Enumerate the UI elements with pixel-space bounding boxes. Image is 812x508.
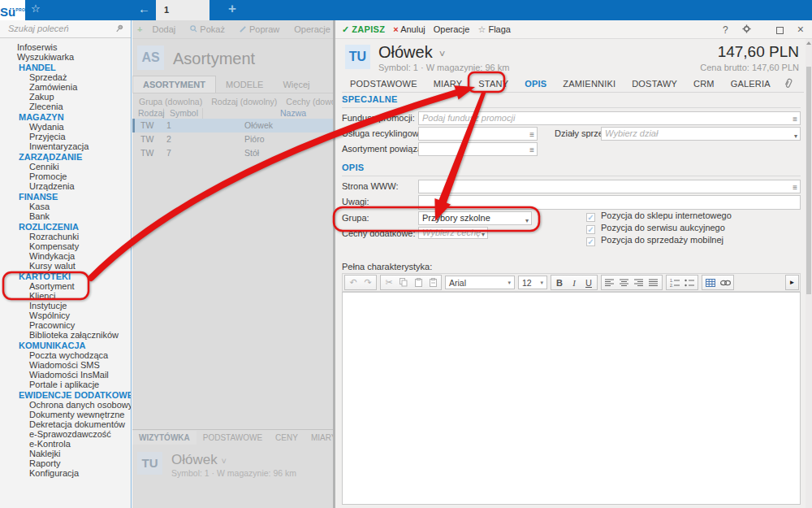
sidebar-section-ewidencje[interactable]: EWIDENCJE DODATKOWE bbox=[0, 390, 131, 400]
sidebar-item-klienci[interactable]: Klienci bbox=[0, 291, 131, 301]
strona-www-input[interactable]: ≡ bbox=[418, 180, 801, 193]
item-title[interactable]: Ołówek˅ bbox=[378, 43, 445, 62]
sidebar-item-urzadzenia[interactable]: Urządzenia bbox=[0, 181, 131, 191]
tab-miary-dim[interactable]: MIARY bbox=[304, 431, 333, 445]
sidebar-item-windykacja[interactable]: Windykacja bbox=[0, 251, 131, 261]
column-symbol[interactable]: Symbol bbox=[164, 108, 203, 119]
link-icon[interactable] bbox=[718, 276, 732, 289]
workspace-tab[interactable]: 1 bbox=[156, 0, 209, 20]
sidebar-item-rozrachunki[interactable]: Rozrachunki bbox=[0, 232, 131, 241]
tab-opis[interactable]: OPIS bbox=[516, 79, 555, 89]
asortyment-powiazany-input[interactable]: ≡ bbox=[418, 142, 538, 156]
justify-icon[interactable] bbox=[646, 276, 661, 289]
sidebar-item-infoserwis[interactable]: Infoserwis bbox=[0, 42, 131, 52]
table-row[interactable]: TW2Pióro bbox=[132, 132, 333, 146]
sidebar-item-sprzedaz[interactable]: Sprzedaż bbox=[0, 72, 131, 82]
new-tab-icon[interactable]: + bbox=[228, 1, 236, 17]
fundusz-input[interactable]: Podaj fundusz promocji≡ bbox=[418, 111, 801, 125]
table-header[interactable]: RodzajSymbolNazwa bbox=[132, 108, 333, 119]
help-button[interactable]: ? bbox=[723, 24, 728, 36]
filter-grupa[interactable]: Grupa (dowolna) bbox=[139, 97, 202, 106]
redo-icon[interactable]: ↷ bbox=[361, 276, 375, 289]
sidebar-item-cenniki[interactable]: Cenniki bbox=[0, 162, 131, 172]
app-logo[interactable]: SüPRO bbox=[0, 0, 25, 20]
sidebar-section-rozliczenia[interactable]: ROZLICZENIA bbox=[0, 222, 131, 232]
sidebar-item-portale[interactable]: Portale i aplikacje bbox=[0, 380, 131, 389]
font-family-select[interactable]: Arial▾ bbox=[445, 276, 515, 289]
sidebar-item-poczta[interactable]: Poczta wychodząca bbox=[0, 350, 131, 360]
sidebar-section-handel[interactable]: HANDEL bbox=[0, 63, 131, 72]
tab-dostawy[interactable]: DOSTAWY bbox=[624, 79, 685, 89]
sidebar-item-instytucje[interactable]: Instytucje bbox=[0, 301, 131, 310]
close-button[interactable]: × bbox=[797, 23, 804, 36]
toolbar-more-button[interactable]: ► bbox=[785, 275, 799, 290]
scrollbar[interactable] bbox=[806, 39, 812, 508]
font-size-select[interactable]: 12▾ bbox=[518, 276, 547, 289]
undo-icon[interactable]: ↶ bbox=[346, 276, 361, 289]
sidebar-section-zarzadzanie[interactable]: ZARZĄDZANIE bbox=[0, 152, 131, 162]
checkbox-sklep-internetowy[interactable]: ✓Pozycja do sklepu internetowego bbox=[586, 210, 806, 222]
sidebar-item-asortyment[interactable]: Asortyment bbox=[0, 281, 131, 291]
paste-special-icon[interactable] bbox=[425, 276, 440, 289]
column-rodzaj[interactable]: Rodzaj bbox=[132, 108, 164, 119]
grupa-select[interactable]: Przybory szkolne▾ bbox=[418, 211, 532, 225]
sidebar-item-dokumenty-wewnetrzne[interactable]: Dokumenty wewnętrzne bbox=[0, 410, 131, 419]
tab-miary[interactable]: MIARY bbox=[425, 79, 471, 89]
back-arrow-icon[interactable]: ← bbox=[138, 2, 150, 15]
sidebar-item-kompensaty[interactable]: Kompensaty bbox=[0, 241, 131, 251]
operations-button[interactable]: Operacje bbox=[434, 24, 470, 34]
tab-wizytowka[interactable]: WIZYTÓWKA bbox=[132, 431, 197, 445]
uwagi-input[interactable] bbox=[418, 195, 801, 210]
usluga-input[interactable]: ≡ bbox=[418, 127, 538, 141]
sidebar-item-sms[interactable]: Wiadomości SMS bbox=[0, 360, 131, 370]
tab-galeria[interactable]: GALERIA bbox=[723, 79, 779, 89]
underline-icon[interactable]: U bbox=[581, 276, 596, 289]
sidebar-section-komunikacja[interactable]: KOMUNIKACJA bbox=[0, 341, 131, 350]
bullet-list-icon[interactable] bbox=[682, 276, 697, 289]
pin-icon[interactable] bbox=[114, 24, 124, 33]
sidebar-item-wyszukiwarka[interactable]: Wyszukiwarka bbox=[0, 52, 131, 62]
sidebar-section-kartoteki[interactable]: KARTOTEKI bbox=[0, 271, 131, 281]
sidebar-item-zamowienia[interactable]: Zamówienia bbox=[0, 82, 131, 92]
favorites-star-icon[interactable]: ☆ bbox=[31, 2, 41, 15]
tab-modele[interactable]: MODELE bbox=[216, 76, 273, 93]
sidebar-item-raporty[interactable]: Raporty bbox=[0, 458, 131, 468]
scroll-up-icon[interactable] bbox=[806, 41, 811, 45]
picker-menu-icon[interactable]: ≡ bbox=[529, 128, 534, 141]
insert-table-icon[interactable] bbox=[703, 276, 718, 289]
settings-gear-icon[interactable] bbox=[742, 24, 751, 36]
sidebar-item-naklejki[interactable]: Naklejki bbox=[0, 449, 131, 458]
sidebar-item-wspolnicy[interactable]: Wspólnicy bbox=[0, 310, 131, 320]
sidebar-section-magazyn[interactable]: MAGAZYN bbox=[0, 112, 131, 122]
sidebar-item-esprawozdawczosc[interactable]: e-Sprawozdawczość bbox=[0, 429, 131, 439]
tab-stany[interactable]: STANY bbox=[470, 79, 516, 89]
cut-icon[interactable]: ✂ bbox=[382, 276, 396, 289]
align-center-icon[interactable] bbox=[617, 276, 632, 289]
filter-cechy[interactable]: Cechy (dowolne) bbox=[286, 97, 333, 106]
maximize-button[interactable] bbox=[765, 24, 784, 36]
copy-icon[interactable] bbox=[396, 276, 411, 289]
cechy-select[interactable]: Wybierz cechę▾ bbox=[418, 227, 488, 239]
italic-icon[interactable]: I bbox=[567, 276, 581, 289]
numbered-list-icon[interactable]: 1.2. bbox=[667, 276, 682, 289]
flag-button[interactable]: ☆ Flaga bbox=[478, 24, 511, 34]
paste-icon[interactable] bbox=[411, 276, 425, 289]
sidebar-item-konfiguracja[interactable]: Konfiguracja bbox=[0, 468, 131, 478]
sidebar-section-finanse[interactable]: FINANSE bbox=[0, 192, 131, 202]
tab-podstawowe[interactable]: PODSTAWOWE bbox=[342, 79, 425, 89]
sidebar-item-ochrona-danych[interactable]: Ochrona danych osobowych bbox=[0, 400, 131, 410]
chevron-down-icon[interactable]: ˅ bbox=[439, 48, 446, 60]
sidebar-item-pracownicy[interactable]: Pracownicy bbox=[0, 320, 131, 330]
sidebar-item-inwentaryzacja[interactable]: Inwentaryzacja bbox=[0, 141, 131, 151]
scrollbar-thumb[interactable] bbox=[806, 67, 811, 294]
tab-crm[interactable]: CRM bbox=[685, 79, 723, 89]
paperclip-icon[interactable] bbox=[784, 78, 793, 89]
save-button[interactable]: ✓ ZAPISZ bbox=[342, 24, 385, 34]
sidebar-item-zlecenia[interactable]: Zlecenia bbox=[0, 102, 131, 111]
tab-zamienniki[interactable]: ZAMIENNIKI bbox=[555, 79, 624, 89]
checkbox-serwis-aukcyjny[interactable]: ✓Pozycja do serwisu aukcyjnego bbox=[586, 222, 806, 234]
picker-menu-icon[interactable]: ≡ bbox=[793, 113, 797, 125]
sidebar-item-kasa[interactable]: Kasa bbox=[0, 202, 131, 211]
picker-menu-icon[interactable]: ≡ bbox=[793, 181, 797, 193]
sidebar-item-promocje[interactable]: Promocje bbox=[0, 172, 131, 181]
